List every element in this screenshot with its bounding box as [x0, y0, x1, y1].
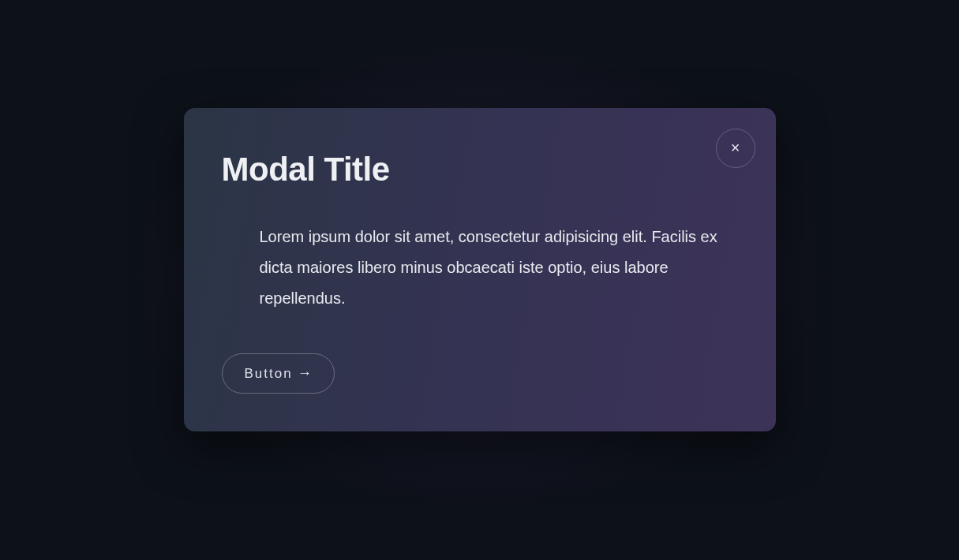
close-button[interactable]: ×: [716, 129, 755, 168]
action-button-label: Button: [245, 366, 293, 381]
modal-dialog: × Modal Title Lorem ipsum dolor sit amet…: [184, 108, 776, 431]
close-icon: ×: [731, 140, 740, 155]
arrow-right-icon: →: [298, 365, 312, 381]
modal-body-text: Lorem ipsum dolor sit amet, consectetur …: [222, 222, 738, 314]
modal-title: Modal Title: [222, 151, 738, 189]
action-button[interactable]: Button→: [222, 353, 335, 394]
